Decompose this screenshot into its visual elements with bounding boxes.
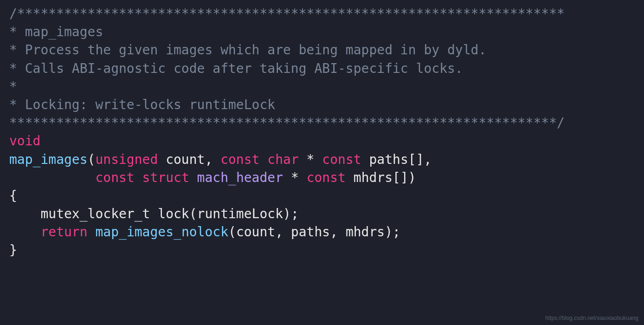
param: count, [158,152,220,167]
space [88,224,96,240]
param: mhdrs[]) [346,170,416,185]
code-block: /***************************************… [9,5,635,260]
function-name: map_images [9,152,88,167]
comment-line: * Calls ABI-agnostic code after taking A… [9,61,463,76]
param: paths[], [361,152,432,167]
star: * [283,170,307,185]
indent [9,206,40,221]
keyword-const: const [307,170,346,185]
space [189,170,197,185]
brace-close: } [9,242,17,258]
watermark-text: https://blog.csdn.net/xiaoxiaobukuang [545,314,638,322]
keyword-return: return [40,224,87,240]
call-args: (count, paths, mhdrs); [228,224,400,240]
star: * [299,152,322,167]
comment-line: * Process the given images which are bei… [9,42,486,58]
comment-line: ****************************************… [9,115,565,130]
keyword-char: char [267,152,298,167]
comment-line: * [9,79,17,94]
paren: ( [88,152,96,167]
keyword-const: const [322,152,361,167]
keyword-const: const [220,152,259,167]
indent [9,224,40,240]
comment-line: * Locking: write-locks runtimeLock [9,97,275,112]
keyword-void: void [9,133,40,149]
space [259,152,267,167]
indent [9,170,95,185]
keyword-unsigned: unsigned [95,152,158,167]
keyword-const: const [95,170,134,185]
comment-line: * map_images [9,24,103,39]
statement: mutex_locker_t lock(runtimeLock); [40,206,298,221]
function-call: map_images_nolock [95,224,228,240]
type-name: mach_header [197,170,283,185]
keyword-struct: struct [142,170,189,185]
brace-open: { [9,188,17,203]
space [135,170,142,185]
comment-line: /***************************************… [9,6,565,21]
